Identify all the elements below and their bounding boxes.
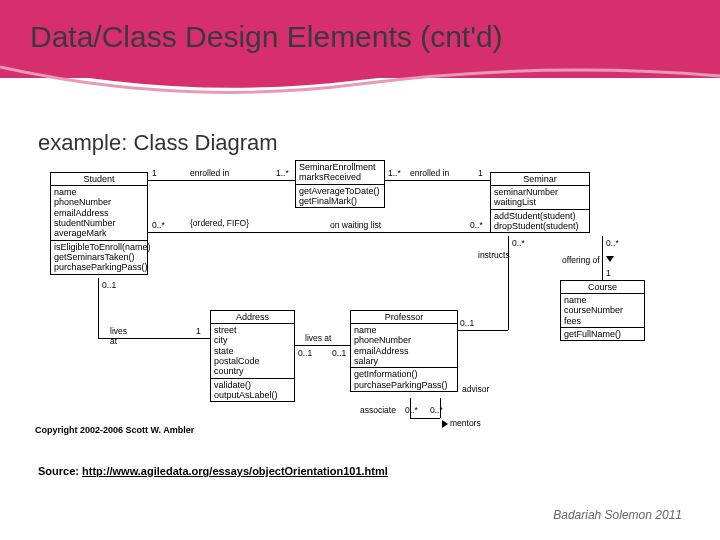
- mult: 1: [196, 326, 201, 336]
- op: getInformation(): [354, 369, 454, 379]
- class-diagram: Student name phoneNumber emailAddress st…: [50, 160, 670, 450]
- mult: 0..1: [332, 348, 346, 358]
- source-citation: Source: http://www.agiledata.org/essays/…: [38, 465, 388, 477]
- class-professor-name: Professor: [351, 311, 457, 324]
- attr: postalCode: [214, 356, 291, 366]
- mult: 1: [152, 168, 157, 178]
- class-address-name: Address: [211, 311, 294, 324]
- rel-offering-of: offering of: [562, 255, 600, 265]
- subtitle: example: Class Diagram: [38, 130, 278, 156]
- mult: 0..1: [298, 348, 312, 358]
- attr: name: [354, 325, 454, 335]
- attr: SeminarEnrollment: [299, 162, 381, 172]
- mult: 0..*: [606, 238, 619, 248]
- attr: studentNumber: [54, 218, 144, 228]
- class-course-name: Course: [561, 281, 644, 294]
- diagram-copyright: Copyright 2002-2006 Scott W. Ambler: [35, 425, 194, 435]
- mult: 0..1: [102, 280, 116, 290]
- rel-mentors: mentors: [450, 418, 481, 428]
- op: addStudent(student): [494, 211, 586, 221]
- mult: 1: [478, 168, 483, 178]
- mult: 0..*: [470, 220, 483, 230]
- wave-decoration: [0, 62, 720, 112]
- mult: 1: [606, 268, 611, 278]
- footer-credit: Badariah Solemon 2011: [553, 508, 682, 522]
- rel-instructs: instructs: [478, 250, 510, 260]
- mult: 0..*: [512, 238, 525, 248]
- attr: street: [214, 325, 291, 335]
- attr: state: [214, 346, 291, 356]
- rel-waiting-note: {ordered, FIFO}: [190, 218, 249, 228]
- rel-associate: associate: [360, 405, 396, 415]
- op: getFinalMark(): [299, 196, 381, 206]
- class-seminar-name: Seminar: [491, 173, 589, 186]
- op: outputAsLabel(): [214, 390, 291, 400]
- rel-enrolled-in: enrolled in: [190, 168, 229, 178]
- rel-advisor: advisor: [462, 384, 489, 394]
- mult: 0..*: [405, 405, 418, 415]
- mult: 1..*: [276, 168, 289, 178]
- attr: name: [564, 295, 641, 305]
- page-title: Data/Class Design Elements (cnt'd): [30, 20, 503, 54]
- mult: 0..1: [460, 318, 474, 328]
- op: validate(): [214, 380, 291, 390]
- attr: fees: [564, 316, 641, 326]
- mult: 0..*: [152, 220, 165, 230]
- attr: salary: [354, 356, 454, 366]
- rel-enrolled-in-2: enrolled in: [410, 168, 449, 178]
- rel-lives-at: livesat: [110, 326, 127, 346]
- attr: city: [214, 335, 291, 345]
- class-student-name: Student: [51, 173, 147, 186]
- attr: country: [214, 366, 291, 376]
- op: isEligibleToEnroll(name): [54, 242, 144, 252]
- op: purchaseParkingPass(): [354, 380, 454, 390]
- attr: seminarNumber: [494, 187, 586, 197]
- attr: phoneNumber: [354, 335, 454, 345]
- attr: waitingList: [494, 197, 586, 207]
- op: getAverageToDate(): [299, 186, 381, 196]
- attr: emailAddress: [354, 346, 454, 356]
- source-link[interactable]: http://www.agiledata.org/essays/objectOr…: [82, 465, 388, 477]
- op: getSeminarsTaken(): [54, 252, 144, 262]
- attr: averageMark: [54, 228, 144, 238]
- rel-waiting-list: on waiting list: [330, 220, 381, 230]
- attr: courseNumber: [564, 305, 641, 315]
- attr: emailAddress: [54, 208, 144, 218]
- op: getFullName(): [564, 329, 641, 339]
- op: dropStudent(student): [494, 221, 586, 231]
- attr: marksReceived: [299, 172, 381, 182]
- rel-lives-at-2: lives at: [305, 333, 331, 343]
- attr: phoneNumber: [54, 197, 144, 207]
- attr: name: [54, 187, 144, 197]
- op: purchaseParkingPass(): [54, 262, 144, 272]
- mult: 1..*: [388, 168, 401, 178]
